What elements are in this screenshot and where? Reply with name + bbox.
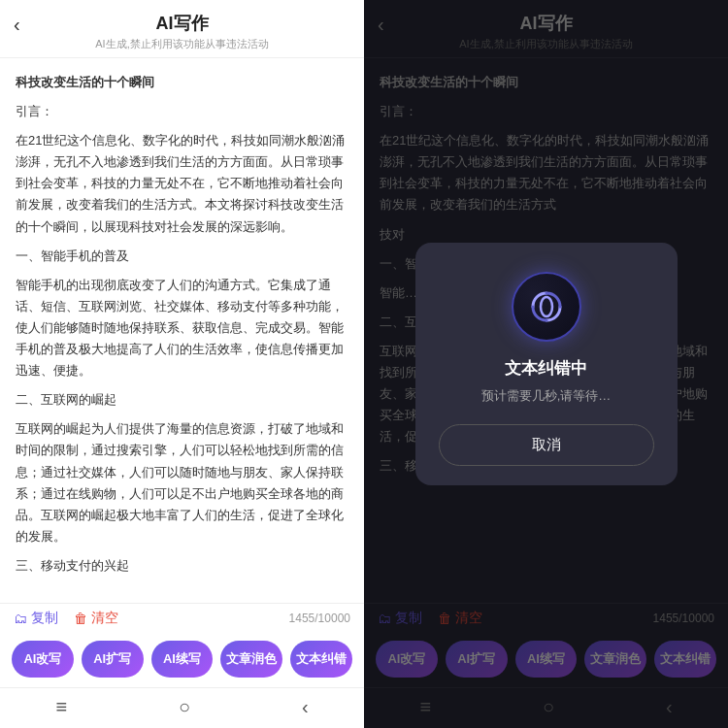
left-clear-button[interactable]: 🗑 清空 — [74, 610, 118, 627]
left-panel: ‹ AI写作 AI生成,禁止利用该功能从事违法活动 科技改变生活的十个瞬间 引言… — [0, 0, 364, 728]
right-panel: ‹ AI写作 AI生成,禁止利用该功能从事违法活动 科技改变生活的十个瞬间 引言… — [364, 0, 728, 728]
left-btn-expand[interactable]: AI扩写 — [82, 641, 144, 678]
left-title: AI写作 — [16, 12, 348, 35]
left-nav-menu[interactable]: ≡ — [55, 696, 67, 718]
left-intro-text: 在21世纪这个信息化、数字化的时代，科技如同潮水般汹涌澎湃，无孔不入地渗透到我们… — [16, 130, 348, 237]
left-section1-title: 一、智能手机的普及 — [16, 246, 348, 267]
left-back-button[interactable]: ‹ — [14, 14, 20, 36]
left-footer-bar: 🗂 复制 🗑 清空 1455/10000 — [0, 603, 364, 633]
left-nav-home[interactable]: ○ — [179, 696, 190, 718]
left-nav-bar: ≡ ○ ‹ — [0, 687, 364, 728]
trash-icon: 🗑 — [74, 611, 87, 626]
left-section2-title: 二、互联网的崛起 — [16, 389, 348, 411]
copy-label: 复制 — [31, 610, 58, 627]
left-section1-text: 智能手机的出现彻底改变了人们的沟通方式。它集成了通话、短信、互联网浏览、社交媒体… — [16, 275, 348, 381]
left-section3-title: 三、移动支付的兴起 — [16, 555, 348, 577]
left-btn-polish[interactable]: 文章润色 — [220, 641, 282, 678]
left-content-bold: 科技改变生活的十个瞬间 — [16, 72, 348, 93]
left-subtitle: AI生成,禁止利用该功能从事违法活动 — [16, 37, 348, 51]
modal-cancel-button[interactable]: 取消 — [439, 424, 654, 466]
left-word-count: 1455/10000 — [289, 612, 350, 625]
clear-label: 清空 — [91, 610, 118, 627]
left-header: ‹ AI写作 AI生成,禁止利用该功能从事违法活动 — [0, 0, 364, 58]
copy-icon: 🗂 — [14, 611, 27, 626]
left-btn-rewrite[interactable]: AI改写 — [12, 641, 74, 678]
correction-modal: 文本纠错中 预计需要几秒,请等待… 取消 — [415, 243, 678, 485]
left-intro-label: 引言： — [16, 101, 348, 122]
left-footer-actions: 🗂 复制 🗑 清空 — [14, 610, 118, 627]
left-content-area: 科技改变生活的十个瞬间 引言： 在21世纪这个信息化、数字化的时代，科技如同潮水… — [0, 58, 364, 603]
left-btn-correct[interactable]: 文本纠错 — [290, 641, 352, 678]
left-nav-back[interactable]: ‹ — [302, 696, 309, 718]
modal-spinner-icon — [512, 272, 581, 342]
left-section2-text: 互联网的崛起为人们提供了海量的信息资源，打破了地域和时间的限制，通过搜索引擎，人… — [16, 418, 348, 547]
modal-title: 文本纠错中 — [439, 357, 654, 380]
left-btn-continue[interactable]: AI续写 — [151, 641, 214, 678]
modal-desc: 预计需要几秒,请等待… — [439, 387, 654, 405]
left-btn-bar: AI改写 AI扩写 AI续写 文章润色 文本纠错 — [0, 633, 364, 687]
svg-point-0 — [541, 297, 552, 316]
left-copy-button[interactable]: 🗂 复制 — [14, 610, 58, 627]
modal-overlay: 文本纠错中 预计需要几秒,请等待… 取消 — [364, 0, 728, 728]
